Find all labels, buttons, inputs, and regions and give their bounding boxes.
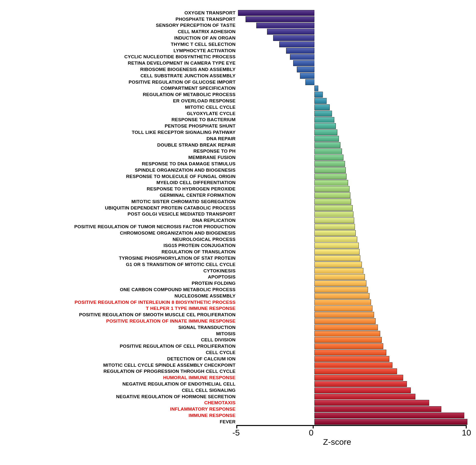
bar — [314, 375, 403, 381]
bar-zone — [238, 387, 466, 393]
chart-row: POSITIVE REGULATION OF INNATE IMMUNE RES… — [10, 318, 466, 324]
bar-zone — [238, 230, 466, 236]
svg-rect-33 — [315, 218, 354, 223]
category-label: SPINDLE ORGANIZATION AND BIOGENESIS — [10, 168, 238, 173]
bar-zone — [238, 305, 466, 312]
category-label: DETECTION OF CALCIUM ION — [10, 356, 238, 362]
bar-zone — [238, 343, 466, 349]
bar — [314, 412, 464, 418]
category-label: OXYGEN TRANSPORT — [10, 10, 238, 16]
bar-zone — [238, 199, 466, 205]
svg-rect-60 — [315, 388, 411, 393]
category-label: NEUROLOGICAL PROCESS — [10, 237, 238, 242]
category-label: CELL DIVISION — [10, 337, 238, 343]
bar — [314, 85, 318, 91]
bar — [314, 287, 368, 293]
category-label: REGULATION OF METABOLIC PROCESS — [10, 92, 238, 97]
svg-rect-44 — [315, 287, 368, 293]
bar — [314, 406, 441, 412]
chart-row: CELL CELL SIGNALING — [10, 387, 466, 393]
svg-rect-8 — [293, 61, 314, 66]
bar — [238, 10, 314, 16]
bar-zone — [238, 205, 466, 211]
svg-rect-59 — [315, 381, 407, 387]
bar-zone — [238, 117, 466, 123]
bar — [314, 192, 350, 198]
svg-rect-15 — [315, 104, 330, 110]
category-label: POSITIVE REGULATION OF INTERLEUKIN 8 BIO… — [10, 300, 238, 305]
chart-row: RETINA DEVELOPMENT IN CAMERA TYPE EYE — [10, 60, 466, 66]
chart-row: POSITIVE REGULATION OF TUMOR NECROSIS FA… — [10, 224, 466, 230]
bar-zone — [238, 104, 466, 110]
svg-rect-17 — [315, 117, 334, 123]
bar — [267, 29, 314, 35]
svg-rect-40 — [315, 262, 362, 267]
z-score-bar-chart: OXYGEN TRANSPORTPHOSPHATE TRANSPORTSENSO… — [10, 10, 466, 436]
category-label: CELL MATRIX ADHESION — [10, 29, 238, 34]
chart-row: INDUCTION OF AN ORGAN — [10, 35, 466, 41]
bar — [314, 211, 354, 217]
chart-row: NEGATIVE REGULATION OF ENDOTHELIAL CELL — [10, 381, 466, 387]
bar — [314, 129, 337, 135]
svg-rect-20 — [315, 136, 339, 141]
bar — [300, 73, 315, 79]
category-label: SIGNAL TRANSDUCTION — [10, 325, 238, 330]
category-label: INDUCTION OF AN ORGAN — [10, 35, 238, 41]
category-label: FEVER — [10, 419, 238, 424]
bar-zone — [238, 419, 466, 425]
chart-row: THYMIC T CELL SELECTION — [10, 41, 466, 48]
svg-rect-47 — [315, 306, 373, 311]
svg-rect-2 — [256, 23, 314, 28]
bar-zone — [238, 22, 466, 29]
chart-row: FEVER — [10, 419, 466, 425]
category-label: MITOSIS — [10, 331, 238, 337]
category-label: PHOSPHATE TRANSPORT — [10, 17, 238, 22]
bar-zone — [238, 142, 466, 148]
category-label: HUMORAL IMMUNE RESPONSE — [10, 375, 238, 380]
bar-zone — [238, 180, 466, 186]
category-label: DNA REPAIR — [10, 136, 238, 141]
svg-rect-39 — [315, 255, 360, 261]
svg-rect-14 — [315, 98, 327, 104]
bar — [314, 356, 389, 362]
chart-row: LYMPHOCYTE ACTIVATION — [10, 48, 466, 54]
chart-row: POSITIVE REGULATION OF CELL PROLIFERATIO… — [10, 343, 466, 349]
category-label: MITOTIC SISTER CHROMATID SEGREGATION — [10, 199, 238, 204]
category-label: TYROSINE PHOSPHORYLATION OF STAT PROTEIN — [10, 255, 238, 261]
category-label: LYMPHOCYTE ACTIVATION — [10, 48, 238, 53]
svg-rect-13 — [315, 92, 323, 97]
category-label: RESPONSE TO BACTERIUM — [10, 117, 238, 122]
bar — [314, 111, 332, 116]
svg-rect-61 — [315, 394, 415, 399]
bar-zone — [238, 167, 466, 173]
svg-rect-27 — [315, 180, 348, 186]
chart-row: ER OVERLOAD RESPONSE — [10, 98, 466, 104]
category-label: RESPONSE TO PH — [10, 148, 238, 154]
category-label: RESPONSE TO DNA DAMAGE STIMULUS — [10, 161, 238, 167]
svg-rect-31 — [315, 205, 353, 211]
svg-rect-52 — [315, 337, 382, 343]
svg-rect-64 — [315, 413, 464, 418]
svg-rect-54 — [315, 350, 387, 356]
bar-zone — [238, 129, 466, 136]
category-label: UBIQUITIN DEPENDENT PROTEIN CATABOLIC PR… — [10, 205, 238, 211]
bar — [314, 388, 411, 393]
bar — [314, 274, 365, 280]
svg-rect-57 — [315, 369, 397, 374]
category-label: THYMIC T CELL SELECTION — [10, 42, 238, 47]
category-label: POSITIVE REGULATION OF GLUCOSE IMPORT — [10, 79, 238, 85]
chart-row: PHOSPHATE TRANSPORT — [10, 16, 466, 22]
category-label: RESPONSE TO MOLECULE OF FUNGAL ORIGIN — [10, 174, 238, 179]
bar — [290, 54, 314, 60]
category-label: APOPTOSIS — [10, 274, 238, 280]
bar-zone — [238, 400, 466, 406]
category-label: REGULATION OF PROGRESSION THROUGH CELL C… — [10, 369, 238, 374]
bar-zone — [238, 211, 466, 218]
bar-zone — [238, 381, 466, 387]
category-label: POSITIVE REGULATION OF TUMOR NECROSIS FA… — [10, 224, 238, 230]
bar — [314, 299, 371, 305]
category-label: GERMINAL CENTER FORMATION — [10, 193, 238, 198]
chart-row: T HELPER 1 TYPE IMMUNE RESPONSE — [10, 305, 466, 312]
chart-row: INFLAMMATORY RESPONSE — [10, 406, 466, 412]
svg-rect-0 — [238, 10, 314, 16]
